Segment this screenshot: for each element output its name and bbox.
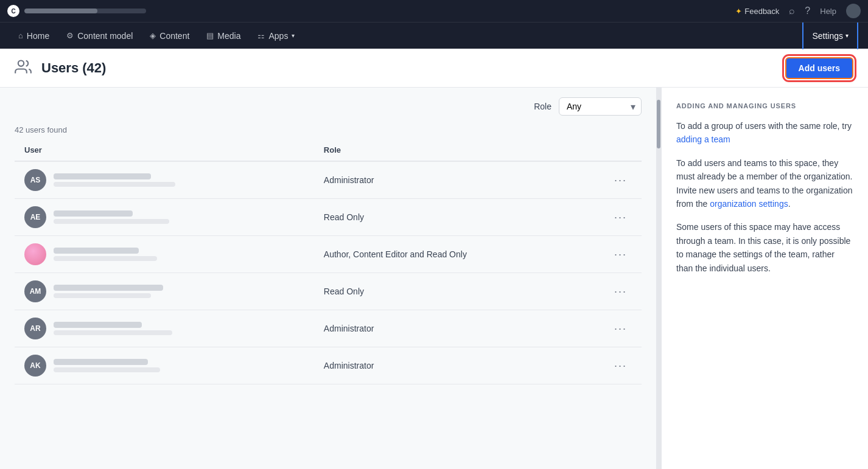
feedback-button[interactable]: ✦ Feedback xyxy=(735,7,779,16)
more-options-button[interactable]: ··· xyxy=(609,357,632,375)
user-email-bar xyxy=(54,182,175,187)
table-row: AERead Only··· xyxy=(15,199,642,236)
nav-apps-label: Apps xyxy=(268,31,288,41)
role-cell: Administrator xyxy=(314,161,600,199)
help-label[interactable]: Help xyxy=(820,7,836,16)
sidebar-para1: To add a group of users with the same ro… xyxy=(676,119,853,147)
col-role: Role xyxy=(314,139,600,161)
sidebar-para3: Some users of this space may have access… xyxy=(676,220,853,275)
user-info xyxy=(54,248,157,261)
more-options-button[interactable]: ··· xyxy=(609,246,632,263)
avatar: AE xyxy=(24,206,46,228)
sidebar: ADDING AND MANAGING USERS To add a group… xyxy=(661,88,868,469)
page-title: Users (42) xyxy=(41,60,106,76)
nav-home[interactable]: ⌂ Home xyxy=(10,23,58,49)
table-row: ASAdministrator··· xyxy=(15,161,642,199)
col-user: User xyxy=(15,139,314,161)
logo[interactable]: C xyxy=(7,5,19,17)
nav-content-model-label: Content model xyxy=(77,31,133,41)
user-email-bar xyxy=(54,367,160,372)
avatar: AK xyxy=(24,355,46,377)
more-options-button[interactable]: ··· xyxy=(609,320,632,338)
avatar: AS xyxy=(24,169,46,191)
apps-icon: ⚏ xyxy=(257,31,265,40)
user-cell: AK xyxy=(15,347,314,384)
avatar: AM xyxy=(24,280,46,302)
users-table: User Role ASAdministrator···AERead Only·… xyxy=(15,139,642,384)
user-email-bar xyxy=(54,293,151,298)
role-cell: Administrator xyxy=(314,347,600,384)
more-options-cell: ··· xyxy=(600,236,642,273)
nav-settings[interactable]: Settings ▾ xyxy=(802,23,858,49)
media-icon: ▤ xyxy=(206,31,214,40)
user-cell: AS xyxy=(15,161,314,199)
nav-content-label: Content xyxy=(159,31,189,41)
role-cell: Read Only xyxy=(314,199,600,236)
add-users-button[interactable]: Add users xyxy=(785,57,853,79)
role-cell: Author, Content Editor and Read Only xyxy=(314,236,600,273)
role-filter-label: Role xyxy=(534,102,551,111)
svg-point-0 xyxy=(18,60,24,66)
user-name-bar xyxy=(54,173,151,179)
more-options-button[interactable]: ··· xyxy=(609,172,632,189)
role-cell: Administrator xyxy=(314,310,600,347)
more-options-cell: ··· xyxy=(600,161,642,199)
user-email-bar xyxy=(54,256,157,261)
search-icon[interactable]: ⌕ xyxy=(789,5,795,16)
sidebar-para2: To add users and teams to this space, th… xyxy=(676,156,853,211)
more-options-cell: ··· xyxy=(600,347,642,384)
table-row: ARAdministrator··· xyxy=(15,310,642,347)
user-name-bar xyxy=(54,359,148,365)
role-select[interactable]: Any Administrator Author Content Editor … xyxy=(559,97,642,116)
settings-chevron-icon: ▾ xyxy=(845,32,849,39)
adding-team-link[interactable]: adding a team xyxy=(676,134,730,144)
org-settings-link[interactable]: organization settings xyxy=(710,199,788,209)
main-layout: Role Any Administrator Author Content Ed… xyxy=(0,88,868,469)
users-icon xyxy=(15,58,34,78)
user-info xyxy=(54,210,169,224)
apps-chevron-icon: ▾ xyxy=(292,32,295,39)
user-email-bar xyxy=(54,219,169,224)
navbar: ⌂ Home ⚙ Content model ◈ Content ▤ Media… xyxy=(0,22,868,49)
more-options-button[interactable]: ··· xyxy=(609,209,632,226)
user-cell: AM xyxy=(15,273,314,310)
user-info xyxy=(54,285,163,298)
user-name-bar xyxy=(54,285,163,291)
topbar: C ✦ Feedback ⌕ ? Help xyxy=(0,0,868,22)
content-model-icon: ⚙ xyxy=(66,31,74,40)
user-info xyxy=(54,322,172,335)
user-name-bar xyxy=(54,210,133,217)
loading-bar xyxy=(24,9,146,13)
nav-apps[interactable]: ⚏ Apps ▾ xyxy=(249,23,303,49)
table-row: AMRead Only··· xyxy=(15,273,642,310)
table-row: Author, Content Editor and Read Only··· xyxy=(15,236,642,273)
help-icon[interactable]: ? xyxy=(805,5,810,16)
avatar: AR xyxy=(24,318,46,339)
nav-media-label: Media xyxy=(217,31,240,41)
users-count: 42 users found xyxy=(0,125,656,139)
more-options-cell: ··· xyxy=(600,199,642,236)
nav-content-model[interactable]: ⚙ Content model xyxy=(58,23,141,49)
user-avatar[interactable] xyxy=(846,4,861,18)
more-options-cell: ··· xyxy=(600,310,642,347)
more-options-button[interactable]: ··· xyxy=(609,283,632,301)
avatar xyxy=(24,243,46,265)
star-icon: ✦ xyxy=(735,7,742,16)
topbar-right: ✦ Feedback ⌕ ? Help xyxy=(735,4,861,18)
feedback-label: Feedback xyxy=(744,7,779,16)
content-area: Role Any Administrator Author Content Ed… xyxy=(0,88,656,469)
role-cell: Read Only xyxy=(314,273,600,310)
role-select-wrapper[interactable]: Any Administrator Author Content Editor … xyxy=(559,97,642,116)
nav-content[interactable]: ◈ Content xyxy=(141,23,198,49)
user-name-bar xyxy=(54,248,139,254)
home-icon: ⌂ xyxy=(18,31,23,40)
scrollbar-track[interactable] xyxy=(656,88,661,469)
nav-media[interactable]: ▤ Media xyxy=(198,23,249,49)
user-cell: AR xyxy=(15,310,314,347)
user-cell xyxy=(15,236,314,273)
user-email-bar xyxy=(54,330,172,335)
filter-bar: Role Any Administrator Author Content Ed… xyxy=(0,88,656,125)
user-info xyxy=(54,173,175,187)
user-cell: AE xyxy=(15,199,314,236)
scrollbar-thumb[interactable] xyxy=(657,100,660,148)
